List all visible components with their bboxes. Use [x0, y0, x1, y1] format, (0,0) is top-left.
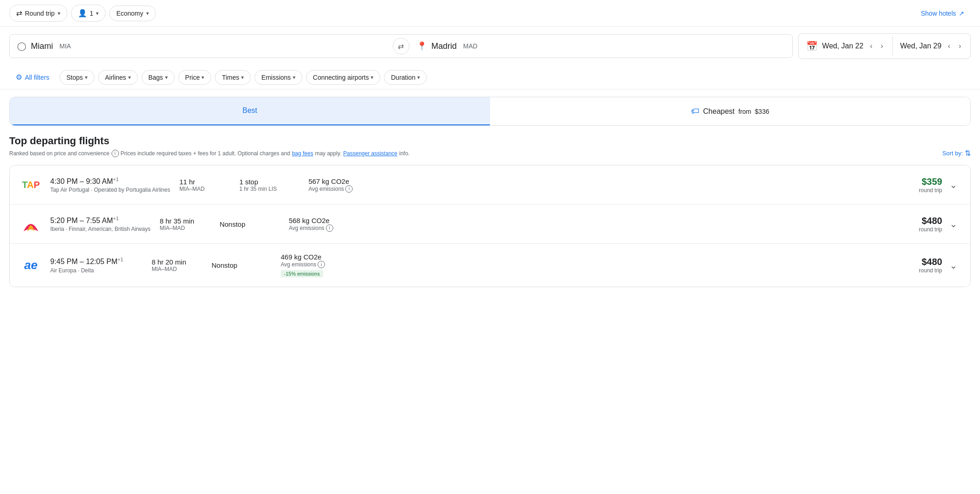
flight-card[interactable]: TAP 4:30 PM – 9:30 AM+1 Tap Air Portugal…: [10, 165, 970, 205]
all-filters-label: All filters: [25, 74, 49, 81]
expand-button[interactable]: ⌄: [948, 177, 959, 192]
cheapest-tab[interactable]: 🏷 Cheapest from $336: [490, 97, 970, 125]
price-tag-icon: 🏷: [691, 106, 699, 116]
results-heading: Top departing flights Ranked based on pr…: [0, 126, 980, 159]
swap-button[interactable]: ⇄: [393, 38, 409, 54]
stop-detail: 1 hr 35 min LIS: [239, 186, 299, 192]
emissions-info-icon[interactable]: i: [345, 185, 353, 193]
bag-fees-link[interactable]: bag fees: [292, 150, 313, 157]
destinations-box: ◯ Miami MIA ⇄ 📍 Madrid MAD: [9, 34, 793, 58]
expand-button[interactable]: ⌄: [948, 217, 959, 231]
stops-filter-button[interactable]: Stops ▾: [59, 70, 94, 85]
avg-emissions: Avg emissions i: [308, 185, 373, 193]
all-filters-button[interactable]: ⚙ All filters: [9, 69, 56, 85]
return-date-field[interactable]: Wed, Jan 29 ‹ ›: [893, 34, 970, 59]
origin-field[interactable]: ◯ Miami MIA: [10, 35, 393, 58]
airline-logo: [21, 214, 41, 234]
cabin-chevron: ▾: [146, 10, 149, 17]
emissions-info-icon[interactable]: i: [318, 261, 325, 268]
flight-times: 5:20 PM – 7:55 AM+1 Iberia · Finnair, Am…: [50, 216, 150, 232]
trip-type-label: Round trip: [25, 10, 55, 17]
sort-by-label: Sort by:: [942, 150, 963, 157]
sort-tabs: Best 🏷 Cheapest from $336: [9, 97, 971, 126]
connecting-airports-label: Connecting airports: [313, 74, 369, 81]
return-prev-button[interactable]: ‹: [946, 40, 952, 52]
flight-day-offset: +1: [113, 216, 119, 221]
connecting-airports-chevron: ▾: [371, 74, 373, 81]
filters-icon: ⚙: [16, 73, 22, 82]
flight-airline: Tap Air Portugal · Operated by Portugali…: [50, 187, 170, 193]
cabin-button[interactable]: Economy ▾: [109, 6, 155, 21]
co2-value: 568 kg CO2e: [289, 217, 353, 224]
external-link-icon: ↗: [959, 10, 964, 17]
emissions-chevron: ▾: [293, 74, 295, 81]
flight-day-offset: +1: [113, 176, 119, 182]
swap-icon: ⇄: [16, 9, 22, 18]
passengers-chevron: ▾: [96, 10, 99, 17]
ranked-text: Ranked based on price and convenience: [9, 150, 110, 157]
flight-route: MIA–MAD: [152, 266, 202, 272]
return-date-label: Wed, Jan 29: [900, 42, 942, 50]
price-value: $480: [919, 216, 942, 226]
passengers-label: 1: [90, 10, 94, 17]
flight-stops: Nonstop: [219, 220, 279, 228]
duration-filter-button[interactable]: Duration ▾: [384, 70, 427, 85]
avg-emissions: Avg emissions i: [281, 261, 345, 268]
avg-emissions: Avg emissions i: [289, 224, 353, 232]
top-bar: ⇄ Round trip ▾ 👤 1 ▾ Economy ▾ Show hote…: [0, 0, 980, 27]
airline-logo: ae: [21, 255, 41, 276]
emissions-info-icon[interactable]: i: [326, 224, 333, 232]
depart-prev-button[interactable]: ‹: [868, 40, 874, 52]
duration-chevron: ▾: [417, 74, 420, 81]
bags-chevron: ▾: [165, 74, 168, 81]
destination-field[interactable]: 📍 Madrid MAD: [409, 35, 792, 58]
flight-airline: Iberia · Finnair, American, British Airw…: [50, 226, 150, 232]
flight-emissions: 568 kg CO2e Avg emissions i: [289, 217, 353, 232]
destination-code: MAD: [463, 42, 478, 50]
depart-date-field[interactable]: 📅 Wed, Jan 22 ‹ ›: [799, 34, 892, 59]
flight-card[interactable]: 5:20 PM – 7:55 AM+1 Iberia · Finnair, Am…: [10, 205, 970, 244]
cheapest-from-price: from $336: [738, 108, 769, 115]
cabin-label: Economy: [116, 10, 143, 17]
sort-by-button[interactable]: Sort by: ⇅: [942, 149, 971, 158]
cheapest-tab-label: Cheapest: [703, 107, 735, 116]
cheapest-price-value: $336: [755, 108, 769, 115]
flight-duration: 8 hr 20 min MIA–MAD: [152, 258, 202, 272]
return-next-button[interactable]: ›: [957, 40, 963, 52]
expand-button[interactable]: ⌄: [948, 258, 959, 273]
passengers-button[interactable]: 👤 1 ▾: [71, 5, 106, 22]
airlines-filter-button[interactable]: Airlines ▾: [98, 70, 138, 85]
show-hotels-button[interactable]: Show hotels ↗: [915, 6, 971, 21]
show-hotels-label: Show hotels: [921, 10, 956, 17]
passenger-assistance-link[interactable]: Passenger assistance: [343, 150, 397, 157]
emissions-filter-button[interactable]: Emissions ▾: [254, 70, 302, 85]
flight-time: 5:20 PM – 7:55 AM+1: [50, 216, 150, 225]
flight-card[interactable]: ae 9:45 PM – 12:05 PM+1 Air Europa · Del…: [10, 244, 970, 287]
results-subtext: Ranked based on price and convenience i …: [9, 149, 971, 158]
emissions-badge: -15% emissions: [281, 270, 323, 277]
duration-label: Duration: [391, 74, 415, 81]
stops-value: Nonstop: [212, 261, 272, 269]
price-filter-button[interactable]: Price ▾: [178, 70, 212, 85]
depart-next-button[interactable]: ›: [879, 40, 885, 52]
flight-airline: Air Europa · Delta: [50, 267, 142, 274]
times-label: Times: [222, 74, 239, 81]
times-filter-button[interactable]: Times ▾: [215, 70, 251, 85]
best-tab[interactable]: Best: [10, 97, 490, 125]
cheapest-from-text: from: [738, 108, 751, 115]
stops-value: Nonstop: [219, 220, 279, 228]
connecting-airports-filter-button[interactable]: Connecting airports ▾: [306, 70, 380, 85]
trip-type-button[interactable]: ⇄ Round trip ▾: [9, 5, 67, 22]
flight-emissions: 567 kg CO2e Avg emissions i: [308, 177, 373, 193]
ranked-info-icon[interactable]: i: [112, 150, 119, 157]
may-apply-text: may apply.: [315, 150, 341, 157]
bags-label: Bags: [148, 74, 163, 81]
bags-filter-button[interactable]: Bags ▾: [142, 70, 175, 85]
price-label: Price: [185, 74, 200, 81]
duration-value: 8 hr 20 min: [152, 258, 202, 266]
pin-icon: 📍: [417, 41, 427, 51]
airline-logo: TAP: [21, 175, 41, 195]
flight-day-offset: +1: [118, 257, 124, 262]
trip-label: round trip: [919, 226, 942, 233]
duration-value: 11 hr: [179, 178, 230, 186]
